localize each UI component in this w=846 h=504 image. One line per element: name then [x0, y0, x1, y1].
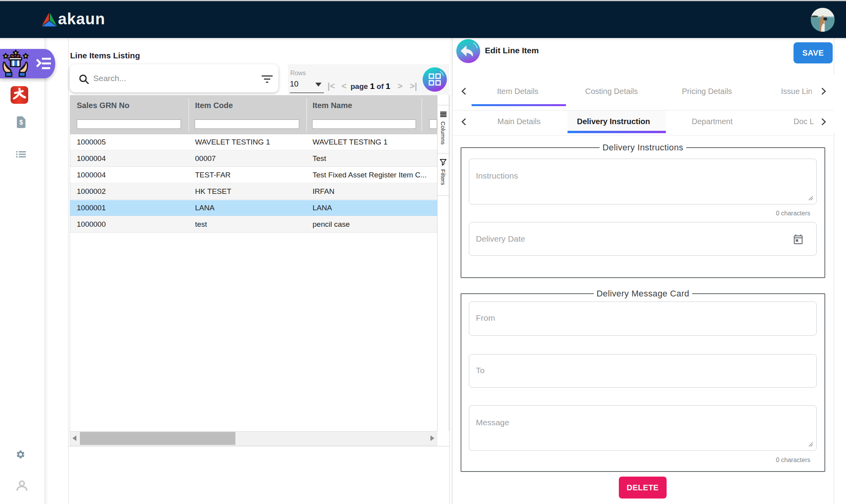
- svg-text:$: $: [20, 119, 23, 126]
